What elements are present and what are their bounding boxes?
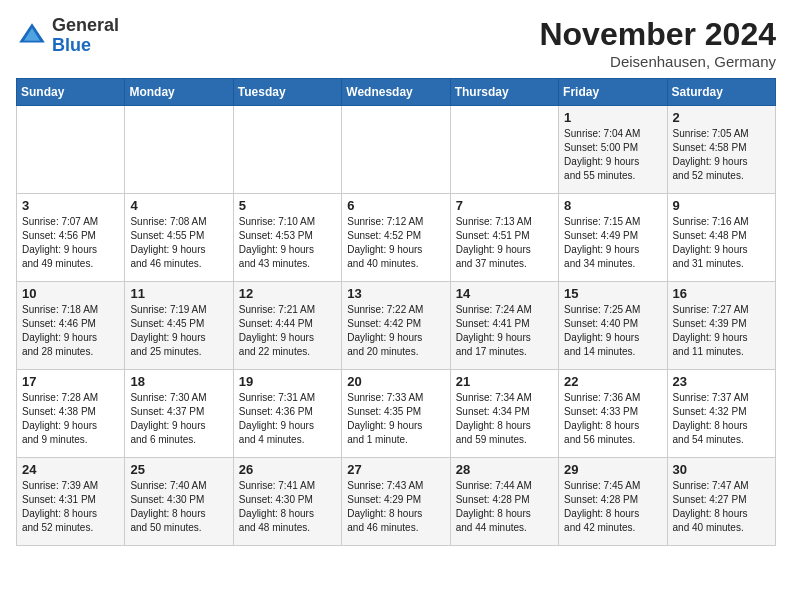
day-info: Sunrise: 7:36 AM Sunset: 4:33 PM Dayligh…: [564, 391, 661, 447]
day-info: Sunrise: 7:12 AM Sunset: 4:52 PM Dayligh…: [347, 215, 444, 271]
calendar-cell: 11Sunrise: 7:19 AM Sunset: 4:45 PM Dayli…: [125, 282, 233, 370]
calendar-cell: 12Sunrise: 7:21 AM Sunset: 4:44 PM Dayli…: [233, 282, 341, 370]
day-info: Sunrise: 7:19 AM Sunset: 4:45 PM Dayligh…: [130, 303, 227, 359]
day-info: Sunrise: 7:21 AM Sunset: 4:44 PM Dayligh…: [239, 303, 336, 359]
calendar-header: SundayMondayTuesdayWednesdayThursdayFrid…: [17, 79, 776, 106]
day-number: 16: [673, 286, 770, 301]
day-number: 22: [564, 374, 661, 389]
calendar-table: SundayMondayTuesdayWednesdayThursdayFrid…: [16, 78, 776, 546]
calendar-cell: 19Sunrise: 7:31 AM Sunset: 4:36 PM Dayli…: [233, 370, 341, 458]
calendar-cell: 1Sunrise: 7:04 AM Sunset: 5:00 PM Daylig…: [559, 106, 667, 194]
day-number: 20: [347, 374, 444, 389]
day-info: Sunrise: 7:04 AM Sunset: 5:00 PM Dayligh…: [564, 127, 661, 183]
calendar-cell: 25Sunrise: 7:40 AM Sunset: 4:30 PM Dayli…: [125, 458, 233, 546]
calendar-cell: 15Sunrise: 7:25 AM Sunset: 4:40 PM Dayli…: [559, 282, 667, 370]
calendar-cell: 28Sunrise: 7:44 AM Sunset: 4:28 PM Dayli…: [450, 458, 558, 546]
day-info: Sunrise: 7:07 AM Sunset: 4:56 PM Dayligh…: [22, 215, 119, 271]
title-block: November 2024 Deisenhausen, Germany: [539, 16, 776, 70]
day-number: 19: [239, 374, 336, 389]
day-number: 1: [564, 110, 661, 125]
calendar-cell: [17, 106, 125, 194]
calendar-cell: 24Sunrise: 7:39 AM Sunset: 4:31 PM Dayli…: [17, 458, 125, 546]
day-info: Sunrise: 7:41 AM Sunset: 4:30 PM Dayligh…: [239, 479, 336, 535]
calendar-cell: 23Sunrise: 7:37 AM Sunset: 4:32 PM Dayli…: [667, 370, 775, 458]
calendar-cell: 17Sunrise: 7:28 AM Sunset: 4:38 PM Dayli…: [17, 370, 125, 458]
weekday-header-tuesday: Tuesday: [233, 79, 341, 106]
day-number: 18: [130, 374, 227, 389]
day-number: 24: [22, 462, 119, 477]
logo-blue: Blue: [52, 36, 119, 56]
calendar-cell: 26Sunrise: 7:41 AM Sunset: 4:30 PM Dayli…: [233, 458, 341, 546]
day-number: 21: [456, 374, 553, 389]
calendar-cell: 10Sunrise: 7:18 AM Sunset: 4:46 PM Dayli…: [17, 282, 125, 370]
weekday-header-sunday: Sunday: [17, 79, 125, 106]
calendar-cell: 3Sunrise: 7:07 AM Sunset: 4:56 PM Daylig…: [17, 194, 125, 282]
calendar-cell: 7Sunrise: 7:13 AM Sunset: 4:51 PM Daylig…: [450, 194, 558, 282]
day-info: Sunrise: 7:10 AM Sunset: 4:53 PM Dayligh…: [239, 215, 336, 271]
logo-general: General: [52, 16, 119, 36]
day-number: 6: [347, 198, 444, 213]
weekday-header-wednesday: Wednesday: [342, 79, 450, 106]
day-number: 12: [239, 286, 336, 301]
calendar-week-1: 1Sunrise: 7:04 AM Sunset: 5:00 PM Daylig…: [17, 106, 776, 194]
day-info: Sunrise: 7:15 AM Sunset: 4:49 PM Dayligh…: [564, 215, 661, 271]
day-info: Sunrise: 7:18 AM Sunset: 4:46 PM Dayligh…: [22, 303, 119, 359]
day-number: 29: [564, 462, 661, 477]
weekday-header-row: SundayMondayTuesdayWednesdayThursdayFrid…: [17, 79, 776, 106]
calendar-cell: 16Sunrise: 7:27 AM Sunset: 4:39 PM Dayli…: [667, 282, 775, 370]
calendar-cell: 8Sunrise: 7:15 AM Sunset: 4:49 PM Daylig…: [559, 194, 667, 282]
day-number: 30: [673, 462, 770, 477]
day-info: Sunrise: 7:43 AM Sunset: 4:29 PM Dayligh…: [347, 479, 444, 535]
calendar-cell: [233, 106, 341, 194]
day-info: Sunrise: 7:24 AM Sunset: 4:41 PM Dayligh…: [456, 303, 553, 359]
day-info: Sunrise: 7:37 AM Sunset: 4:32 PM Dayligh…: [673, 391, 770, 447]
day-info: Sunrise: 7:05 AM Sunset: 4:58 PM Dayligh…: [673, 127, 770, 183]
calendar-cell: [450, 106, 558, 194]
day-info: Sunrise: 7:08 AM Sunset: 4:55 PM Dayligh…: [130, 215, 227, 271]
weekday-header-friday: Friday: [559, 79, 667, 106]
logo-icon: [16, 20, 48, 52]
day-info: Sunrise: 7:16 AM Sunset: 4:48 PM Dayligh…: [673, 215, 770, 271]
calendar-cell: 27Sunrise: 7:43 AM Sunset: 4:29 PM Dayli…: [342, 458, 450, 546]
day-info: Sunrise: 7:28 AM Sunset: 4:38 PM Dayligh…: [22, 391, 119, 447]
day-info: Sunrise: 7:45 AM Sunset: 4:28 PM Dayligh…: [564, 479, 661, 535]
calendar-cell: 6Sunrise: 7:12 AM Sunset: 4:52 PM Daylig…: [342, 194, 450, 282]
day-number: 26: [239, 462, 336, 477]
logo: General Blue: [16, 16, 119, 56]
day-info: Sunrise: 7:27 AM Sunset: 4:39 PM Dayligh…: [673, 303, 770, 359]
weekday-header-thursday: Thursday: [450, 79, 558, 106]
day-number: 13: [347, 286, 444, 301]
calendar-cell: 21Sunrise: 7:34 AM Sunset: 4:34 PM Dayli…: [450, 370, 558, 458]
day-info: Sunrise: 7:22 AM Sunset: 4:42 PM Dayligh…: [347, 303, 444, 359]
day-info: Sunrise: 7:33 AM Sunset: 4:35 PM Dayligh…: [347, 391, 444, 447]
day-number: 4: [130, 198, 227, 213]
day-info: Sunrise: 7:39 AM Sunset: 4:31 PM Dayligh…: [22, 479, 119, 535]
day-info: Sunrise: 7:34 AM Sunset: 4:34 PM Dayligh…: [456, 391, 553, 447]
day-number: 17: [22, 374, 119, 389]
day-number: 25: [130, 462, 227, 477]
day-number: 28: [456, 462, 553, 477]
month-title: November 2024: [539, 16, 776, 53]
day-number: 5: [239, 198, 336, 213]
day-number: 14: [456, 286, 553, 301]
calendar-cell: 18Sunrise: 7:30 AM Sunset: 4:37 PM Dayli…: [125, 370, 233, 458]
day-number: 7: [456, 198, 553, 213]
day-number: 3: [22, 198, 119, 213]
calendar-cell: 20Sunrise: 7:33 AM Sunset: 4:35 PM Dayli…: [342, 370, 450, 458]
calendar-cell: 30Sunrise: 7:47 AM Sunset: 4:27 PM Dayli…: [667, 458, 775, 546]
day-info: Sunrise: 7:40 AM Sunset: 4:30 PM Dayligh…: [130, 479, 227, 535]
calendar-cell: 9Sunrise: 7:16 AM Sunset: 4:48 PM Daylig…: [667, 194, 775, 282]
weekday-header-monday: Monday: [125, 79, 233, 106]
calendar-cell: 22Sunrise: 7:36 AM Sunset: 4:33 PM Dayli…: [559, 370, 667, 458]
weekday-header-saturday: Saturday: [667, 79, 775, 106]
calendar-cell: 29Sunrise: 7:45 AM Sunset: 4:28 PM Dayli…: [559, 458, 667, 546]
day-info: Sunrise: 7:25 AM Sunset: 4:40 PM Dayligh…: [564, 303, 661, 359]
day-number: 15: [564, 286, 661, 301]
calendar-cell: 2Sunrise: 7:05 AM Sunset: 4:58 PM Daylig…: [667, 106, 775, 194]
day-info: Sunrise: 7:31 AM Sunset: 4:36 PM Dayligh…: [239, 391, 336, 447]
calendar-week-5: 24Sunrise: 7:39 AM Sunset: 4:31 PM Dayli…: [17, 458, 776, 546]
calendar-cell: 13Sunrise: 7:22 AM Sunset: 4:42 PM Dayli…: [342, 282, 450, 370]
page-header: General Blue November 2024 Deisenhausen,…: [16, 16, 776, 70]
logo-text: General Blue: [52, 16, 119, 56]
calendar-week-2: 3Sunrise: 7:07 AM Sunset: 4:56 PM Daylig…: [17, 194, 776, 282]
